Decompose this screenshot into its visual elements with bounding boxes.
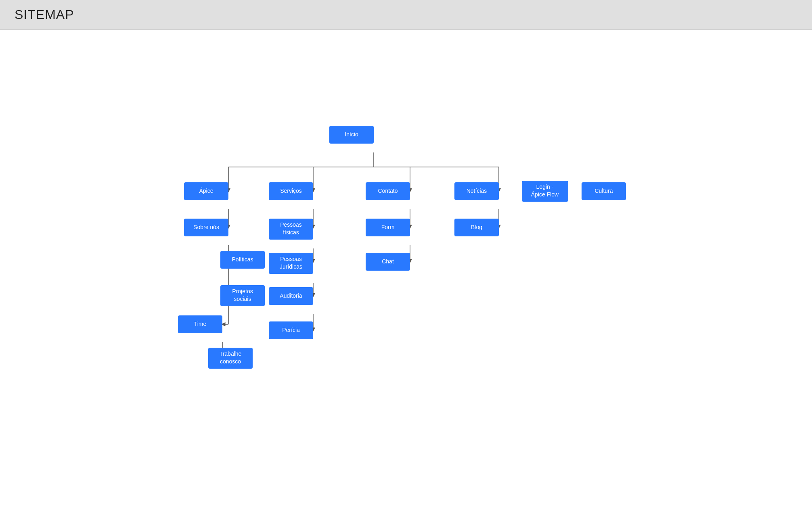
node-apice[interactable]: Ápice [184,182,228,200]
node-servicos[interactable]: Serviços [269,182,313,200]
svg-text:Jurídicas: Jurídicas [280,263,302,270]
svg-text:Trabalhe: Trabalhe [220,351,242,357]
svg-text:Pessoas: Pessoas [280,221,302,228]
node-login[interactable]: Login - Ápice Flow [522,181,568,202]
node-inicio[interactable]: Início [329,126,374,144]
svg-text:Serviços: Serviços [280,188,302,194]
svg-text:Cultura: Cultura [594,188,613,194]
svg-text:Chat: Chat [382,258,394,265]
page-title: SITEMAP [15,7,797,22]
node-noticias[interactable]: Notícias [454,182,499,200]
svg-text:Ápice: Ápice [199,188,213,194]
node-cultura[interactable]: Cultura [582,182,626,200]
node-form[interactable]: Form [366,219,410,236]
svg-text:Projetos: Projetos [232,288,253,294]
svg-text:Blog: Blog [471,224,482,230]
svg-text:Contato: Contato [378,188,398,194]
svg-text:Ápice Flow: Ápice Flow [531,191,559,198]
svg-text:Login -: Login - [536,184,554,190]
sitemap-container: Início Ápice Serviços Contato Notícias L… [0,30,812,421]
svg-text:Notícias: Notícias [467,188,487,194]
svg-text:Sobre nós: Sobre nós [193,224,219,230]
svg-text:conosco: conosco [220,358,241,365]
svg-text:sociais: sociais [234,296,251,302]
node-chat[interactable]: Chat [366,253,410,271]
node-pessoas-juridicas[interactable]: Pessoas Jurídicas [269,253,313,274]
svg-text:físicas: físicas [283,229,299,236]
node-contato[interactable]: Contato [366,182,410,200]
svg-text:Auditoria: Auditoria [280,292,302,299]
node-pessoas-fisicas[interactable]: Pessoas físicas [269,219,313,240]
svg-text:Início: Início [345,131,358,138]
node-blog[interactable]: Blog [454,219,499,236]
node-politicas[interactable]: Políticas [220,251,265,269]
page-header: SITEMAP [0,0,812,30]
node-auditoria[interactable]: Auditoria [269,287,313,305]
node-projetos-sociais[interactable]: Projetos sociais [220,285,265,306]
sitemap-svg: Início Ápice Serviços Contato Notícias L… [113,42,699,405]
svg-text:Time: Time [194,321,207,327]
svg-text:Políticas: Políticas [232,256,253,263]
svg-text:Form: Form [381,224,395,230]
node-pericia[interactable]: Perícia [269,321,313,339]
svg-text:Perícia: Perícia [282,327,300,333]
node-trabalhe-conosco[interactable]: Trabalhe conosco [208,348,253,369]
node-sobre-nos[interactable]: Sobre nós [184,219,228,236]
node-time[interactable]: Time [178,315,222,333]
svg-text:Pessoas: Pessoas [280,256,302,262]
